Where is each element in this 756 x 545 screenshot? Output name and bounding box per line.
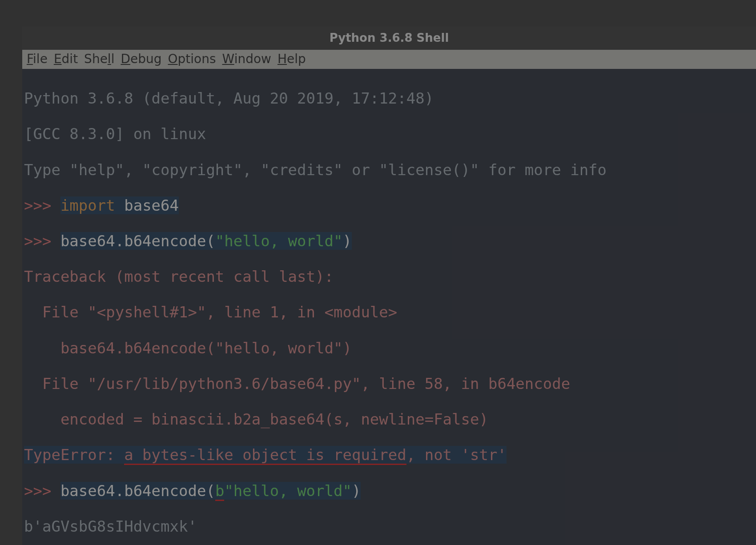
error-type: TypeError:	[24, 446, 124, 464]
error-message-rest: , not 'str'	[406, 446, 507, 464]
traceback-line-4: File "/usr/lib/python3.6/base64.py", lin…	[24, 375, 754, 393]
window-titlebar: Python 3.6.8 Shell	[22, 27, 756, 50]
menu-help[interactable]: Help	[277, 52, 306, 66]
shell-output[interactable]: Python 3.6.8 (default, Aug 20 2019, 17:1…	[22, 69, 756, 545]
window-title: Python 3.6.8 Shell	[330, 31, 449, 44]
traceback-line-2: File "<pyshell#1>", line 1, in <module>	[24, 303, 754, 321]
prompt: >>>	[24, 482, 60, 500]
module-name: base64	[124, 196, 179, 214]
menu-window-rest: indow	[234, 52, 271, 66]
string-literal: "hello, world"	[224, 482, 352, 500]
menu-window[interactable]: Window	[222, 52, 271, 66]
menu-edit[interactable]: Edit	[54, 52, 78, 66]
input-line-2: >>> base64.b64encode("hello, world")	[24, 232, 754, 250]
result-line: b'aGVsbG8sIHdvcmxk'	[24, 517, 754, 535]
input-line-3: >>> base64.b64encode(b"hello, world")	[24, 482, 754, 500]
idle-window: Python 3.6.8 Shell File Edit Shell Debug…	[22, 27, 756, 545]
menu-debug[interactable]: Debug	[121, 52, 161, 66]
error-message-highlight: a bytes-like object is required	[124, 446, 406, 465]
banner-line-2: [GCC 8.3.0] on linux	[24, 125, 754, 143]
menu-options[interactable]: Options	[168, 52, 216, 66]
string-literal: "hello, world"	[215, 232, 343, 250]
menu-debug-rest: ebug	[130, 52, 162, 66]
menu-shell[interactable]: Shell	[84, 52, 114, 66]
banner-line-3: Type "help", "copyright", "credits" or "…	[24, 161, 754, 179]
call-expr: base64.b64encode(	[60, 232, 215, 250]
input-line-1: >>> import base64	[24, 196, 754, 214]
menu-file-rest: ile	[33, 52, 48, 66]
error-line: TypeError: a bytes-like object is requir…	[24, 446, 754, 464]
menu-options-rest: ptions	[178, 52, 216, 66]
prompt: >>>	[24, 232, 60, 250]
traceback-line-1: Traceback (most recent call last):	[24, 268, 754, 285]
keyword-import: import	[60, 196, 115, 214]
paren-close: )	[342, 232, 351, 250]
traceback-line-3: base64.b64encode("hello, world")	[24, 339, 754, 357]
menu-help-rest: elp	[287, 52, 306, 66]
menu-bar: File Edit Shell Debug Options Window Hel…	[22, 50, 756, 69]
bytes-prefix: b	[215, 482, 224, 501]
banner-line-1: Python 3.6.8 (default, Aug 20 2019, 17:1…	[24, 89, 754, 107]
traceback-line-5: encoded = binascii.b2a_base64(s, newline…	[24, 410, 754, 428]
paren-close: )	[352, 482, 361, 500]
prompt: >>>	[24, 196, 60, 214]
call-expr: base64.b64encode(	[60, 482, 215, 500]
menu-edit-rest: dit	[62, 52, 78, 66]
menu-file[interactable]: File	[27, 52, 48, 66]
